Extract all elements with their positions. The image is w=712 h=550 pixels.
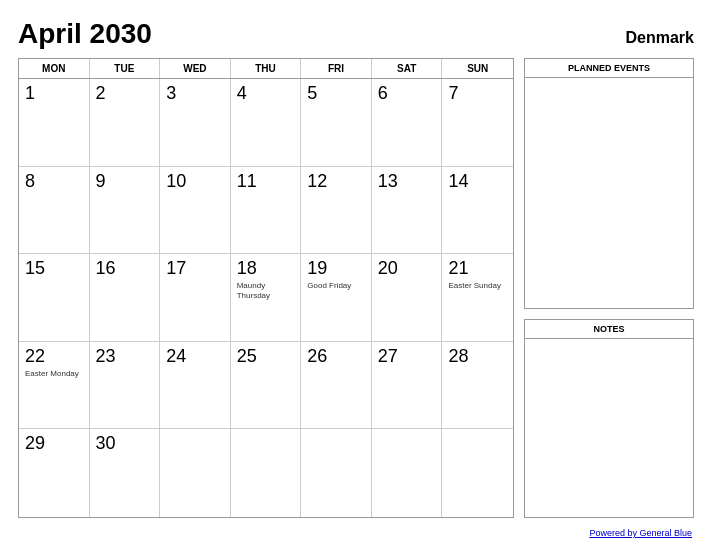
country-label: Denmark bbox=[626, 29, 694, 47]
calendar-cell: 9 bbox=[90, 167, 161, 255]
day-header: THU bbox=[231, 59, 302, 78]
calendar-cell: 6 bbox=[372, 79, 443, 167]
day-number: 9 bbox=[96, 171, 154, 192]
calendar-grid: 123456789101112131415161718Maundy Thursd… bbox=[19, 79, 513, 517]
event-label: Easter Sunday bbox=[448, 281, 507, 291]
calendar-cell: 14 bbox=[442, 167, 513, 255]
calendar-cell: 11 bbox=[231, 167, 302, 255]
day-number: 25 bbox=[237, 346, 295, 367]
day-headers: MONTUEWEDTHUFRISATSUN bbox=[19, 59, 513, 79]
day-number: 12 bbox=[307, 171, 365, 192]
calendar-cell bbox=[231, 429, 302, 517]
calendar-cell: 28 bbox=[442, 342, 513, 430]
page-title: April 2030 bbox=[18, 18, 152, 50]
calendar-cell bbox=[442, 429, 513, 517]
day-header: SAT bbox=[372, 59, 443, 78]
day-number: 3 bbox=[166, 83, 224, 104]
day-number: 20 bbox=[378, 258, 436, 279]
calendar-cell: 3 bbox=[160, 79, 231, 167]
day-number: 18 bbox=[237, 258, 295, 279]
calendar-cell: 2 bbox=[90, 79, 161, 167]
calendar-cell: 22Easter Monday bbox=[19, 342, 90, 430]
day-header: MON bbox=[19, 59, 90, 78]
calendar-cell: 20 bbox=[372, 254, 443, 342]
calendar-cell: 24 bbox=[160, 342, 231, 430]
day-number: 13 bbox=[378, 171, 436, 192]
calendar-cell bbox=[160, 429, 231, 517]
day-number: 16 bbox=[96, 258, 154, 279]
calendar-cell: 16 bbox=[90, 254, 161, 342]
calendar-cell: 19Good Friday bbox=[301, 254, 372, 342]
notes-title: NOTES bbox=[525, 320, 693, 339]
day-number: 15 bbox=[25, 258, 83, 279]
day-number: 24 bbox=[166, 346, 224, 367]
calendar-cell: 27 bbox=[372, 342, 443, 430]
calendar-cell: 12 bbox=[301, 167, 372, 255]
calendar-cell: 8 bbox=[19, 167, 90, 255]
planned-events-box: PLANNED EVENTS bbox=[524, 58, 694, 309]
day-number: 8 bbox=[25, 171, 83, 192]
page: April 2030 Denmark MONTUEWEDTHUFRISATSUN… bbox=[0, 0, 712, 550]
calendar-cell: 4 bbox=[231, 79, 302, 167]
calendar-cell: 30 bbox=[90, 429, 161, 517]
event-label: Maundy Thursday bbox=[237, 281, 295, 300]
day-header: WED bbox=[160, 59, 231, 78]
event-label: Good Friday bbox=[307, 281, 365, 291]
day-number: 17 bbox=[166, 258, 224, 279]
day-number: 2 bbox=[96, 83, 154, 104]
header: April 2030 Denmark bbox=[18, 18, 694, 50]
day-number: 14 bbox=[448, 171, 507, 192]
day-number: 30 bbox=[96, 433, 154, 454]
day-number: 28 bbox=[448, 346, 507, 367]
day-number: 21 bbox=[448, 258, 507, 279]
calendar-cell: 10 bbox=[160, 167, 231, 255]
calendar-cell: 18Maundy Thursday bbox=[231, 254, 302, 342]
calendar-cell: 5 bbox=[301, 79, 372, 167]
day-number: 19 bbox=[307, 258, 365, 279]
main-content: MONTUEWEDTHUFRISATSUN 123456789101112131… bbox=[18, 58, 694, 518]
notes-content bbox=[525, 339, 693, 517]
calendar: MONTUEWEDTHUFRISATSUN 123456789101112131… bbox=[18, 58, 514, 518]
day-number: 1 bbox=[25, 83, 83, 104]
day-header: FRI bbox=[301, 59, 372, 78]
day-number: 7 bbox=[448, 83, 507, 104]
sidebar: PLANNED EVENTS NOTES bbox=[524, 58, 694, 518]
day-number: 26 bbox=[307, 346, 365, 367]
calendar-cell: 13 bbox=[372, 167, 443, 255]
calendar-cell bbox=[301, 429, 372, 517]
calendar-cell: 29 bbox=[19, 429, 90, 517]
day-number: 11 bbox=[237, 171, 295, 192]
planned-events-title: PLANNED EVENTS bbox=[525, 59, 693, 78]
calendar-cell: 21Easter Sunday bbox=[442, 254, 513, 342]
day-header: SUN bbox=[442, 59, 513, 78]
footer: Powered by General Blue bbox=[18, 522, 694, 540]
day-number: 23 bbox=[96, 346, 154, 367]
event-label: Easter Monday bbox=[25, 369, 83, 379]
calendar-cell: 26 bbox=[301, 342, 372, 430]
calendar-cell: 23 bbox=[90, 342, 161, 430]
day-number: 6 bbox=[378, 83, 436, 104]
notes-box: NOTES bbox=[524, 319, 694, 518]
day-header: TUE bbox=[90, 59, 161, 78]
day-number: 22 bbox=[25, 346, 83, 367]
powered-by-link[interactable]: Powered by General Blue bbox=[589, 528, 692, 538]
calendar-cell: 7 bbox=[442, 79, 513, 167]
calendar-cell bbox=[372, 429, 443, 517]
day-number: 10 bbox=[166, 171, 224, 192]
calendar-cell: 1 bbox=[19, 79, 90, 167]
day-number: 27 bbox=[378, 346, 436, 367]
day-number: 5 bbox=[307, 83, 365, 104]
day-number: 4 bbox=[237, 83, 295, 104]
calendar-cell: 25 bbox=[231, 342, 302, 430]
calendar-cell: 17 bbox=[160, 254, 231, 342]
calendar-cell: 15 bbox=[19, 254, 90, 342]
day-number: 29 bbox=[25, 433, 83, 454]
planned-events-content bbox=[525, 78, 693, 308]
